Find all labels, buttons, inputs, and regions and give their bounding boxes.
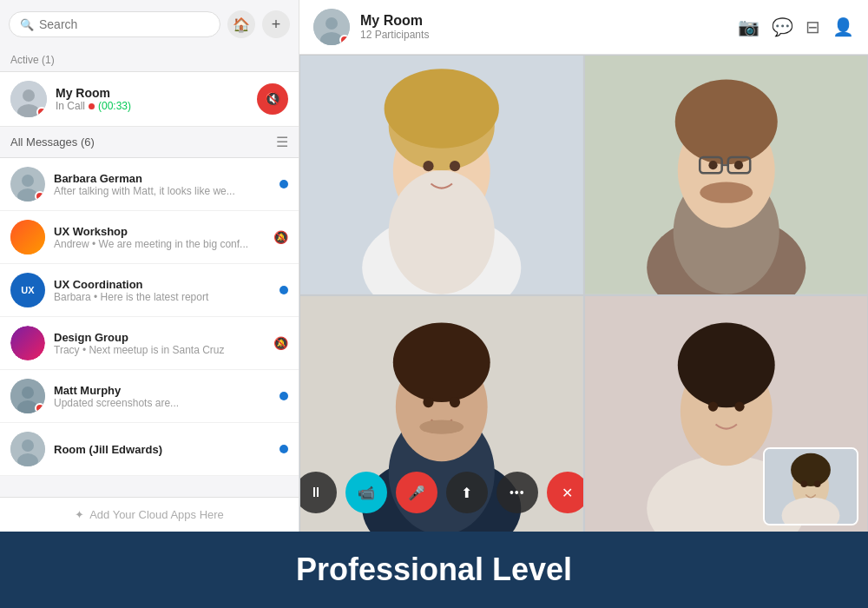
conv-meta-ux-coord <box>279 286 288 294</box>
main-area: 🔍 🏠 + Active (1) <box>0 0 868 532</box>
video-cell-1 <box>299 55 584 295</box>
search-input[interactable] <box>39 17 209 31</box>
messages-filter-bar: All Messages (6) ☰ <box>0 127 299 158</box>
video-controls: ⏸ 📹 🎤 ⬆ ••• <box>299 472 584 513</box>
header-status-dot <box>339 35 350 45</box>
call-timer: (00:33) <box>98 100 131 112</box>
header-chat-button[interactable]: 💬 <box>772 17 793 37</box>
list-item[interactable]: Design Group Tracy • Next meetup is in S… <box>0 317 299 370</box>
search-icon: 🔍 <box>20 18 34 31</box>
svg-point-49 <box>734 401 744 411</box>
home-button[interactable]: 🏠 <box>227 10 255 38</box>
svg-point-1 <box>23 89 35 102</box>
svg-point-9 <box>22 387 34 399</box>
unread-dot <box>279 286 288 294</box>
svg-point-7 <box>10 326 45 360</box>
conv-name-matt: Matt Murphy <box>54 384 271 397</box>
list-item[interactable]: UX UX Coordination Barbara • Here is the… <box>0 264 299 317</box>
header-camera-button[interactable]: 📷 <box>738 17 760 37</box>
header-actions: 📷 💬 ⊟ 👤 <box>738 17 854 37</box>
search-bar[interactable]: 🔍 <box>9 11 220 37</box>
conv-meta-design-group: 🔕 <box>273 336 288 350</box>
bottom-banner: Professional Level <box>0 532 868 608</box>
svg-point-34 <box>708 161 717 169</box>
active-room-item[interactable]: My Room In Call (00:33) 🔇 <box>0 72 299 127</box>
more-button[interactable]: ••• <box>496 472 538 513</box>
svg-point-54 <box>801 481 808 488</box>
conv-name-ux-coord: UX Coordination <box>54 278 271 291</box>
svg-point-6 <box>10 220 45 254</box>
svg-point-47 <box>677 322 774 407</box>
design-group-avatar-img <box>10 326 45 360</box>
conv-meta-matt <box>279 392 288 400</box>
svg-point-20 <box>385 69 499 149</box>
header-people-button[interactable]: 👤 <box>832 17 854 37</box>
sidebar-header: 🔍 🏠 + <box>0 0 299 49</box>
list-item[interactable]: Matt Murphy Updated screenshots are... <box>0 370 299 423</box>
video-cell-4 <box>584 295 869 532</box>
svg-point-40 <box>393 322 490 402</box>
list-item[interactable]: Room (Jill Edwards) <box>0 423 299 476</box>
svg-point-42 <box>450 397 460 407</box>
conv-body-design-group: Design Group Tracy • Next meetup is in S… <box>54 331 265 356</box>
svg-point-43 <box>419 420 464 433</box>
svg-point-15 <box>326 17 338 30</box>
conv-name-design-group: Design Group <box>54 331 265 344</box>
video-face-1 <box>300 56 583 294</box>
more-icon: ••• <box>510 486 525 499</box>
svg-point-23 <box>423 161 433 171</box>
svg-point-41 <box>423 397 433 407</box>
video-cell-3: ⏸ 📹 🎤 ⬆ ••• <box>299 295 584 532</box>
active-room-avatar <box>10 81 47 117</box>
chat-icon: 💬 <box>772 17 793 37</box>
conv-body-barbara: Barbara German After talking with Matt, … <box>54 172 271 197</box>
mic-button[interactable]: 🎤 <box>396 472 437 513</box>
barbara-status-badge <box>35 191 45 202</box>
list-item[interactable]: UX Workshop Andrew • We are meeting in t… <box>0 211 299 264</box>
active-room-name: My Room <box>56 86 248 100</box>
home-icon: 🏠 <box>233 17 250 33</box>
mute-button[interactable]: 🔇 <box>257 83 288 115</box>
add-cloud-label: Add Your Cloud Apps Here <box>89 508 224 521</box>
svg-point-35 <box>733 161 742 169</box>
video-cell-2 <box>584 55 869 295</box>
add-cloud-section[interactable]: ✦ Add Your Cloud Apps Here <box>0 497 299 532</box>
sparkle-icon: ✦ <box>75 508 84 521</box>
conv-body-jill: Room (Jill Edwards) <box>54 443 271 456</box>
share-icon: ⬆ <box>461 485 472 501</box>
video-grid: ⏸ 📹 🎤 ⬆ ••• <box>299 55 868 532</box>
conv-preview-ux-workshop: Andrew • We are meeting in the big conf.… <box>54 238 265 250</box>
conversations-list: Barbara German After talking with Matt, … <box>0 158 299 497</box>
matt-status-badge <box>35 403 45 413</box>
share-button[interactable]: ⬆ <box>446 472 488 513</box>
notif-off-icon: 🔕 <box>273 336 288 350</box>
conv-avatar-matt <box>10 379 45 413</box>
ux-workshop-avatar-img <box>10 220 45 254</box>
conv-preview-barbara: After talking with Matt, it looks like w… <box>54 185 271 197</box>
header-minimize-button[interactable]: ⊟ <box>806 17 820 37</box>
filter-icon[interactable]: ☰ <box>276 134 288 150</box>
conv-meta-barbara <box>279 180 288 188</box>
conv-preview-ux-coord: Barbara • Here is the latest report <box>54 291 271 303</box>
conv-avatar-ux-workshop <box>10 220 45 254</box>
svg-point-48 <box>707 401 717 411</box>
pause-button[interactable]: ⏸ <box>299 472 337 513</box>
end-call-button[interactable]: ✕ <box>547 472 584 513</box>
app-wrapper: 🔍 🏠 + Active (1) <box>0 0 868 608</box>
active-section-label: Active (1) <box>0 49 299 72</box>
conv-name-ux-workshop: UX Workshop <box>54 225 265 238</box>
minimize-icon: ⊟ <box>806 17 820 37</box>
video-button[interactable]: 📹 <box>345 472 387 513</box>
camera-icon: 📷 <box>738 17 760 37</box>
svg-point-4 <box>22 175 34 187</box>
conv-avatar-design-group <box>10 326 45 360</box>
svg-point-24 <box>450 161 460 171</box>
video-face-2 <box>585 56 868 294</box>
add-button[interactable]: + <box>262 10 290 38</box>
video-icon: 📹 <box>358 485 375 501</box>
unread-dot <box>279 445 288 453</box>
header-participants: 12 Participants <box>360 29 727 41</box>
mute-icon: 🔇 <box>265 91 281 107</box>
conv-body-matt: Matt Murphy Updated screenshots are... <box>54 384 271 409</box>
list-item[interactable]: Barbara German After talking with Matt, … <box>0 158 299 211</box>
